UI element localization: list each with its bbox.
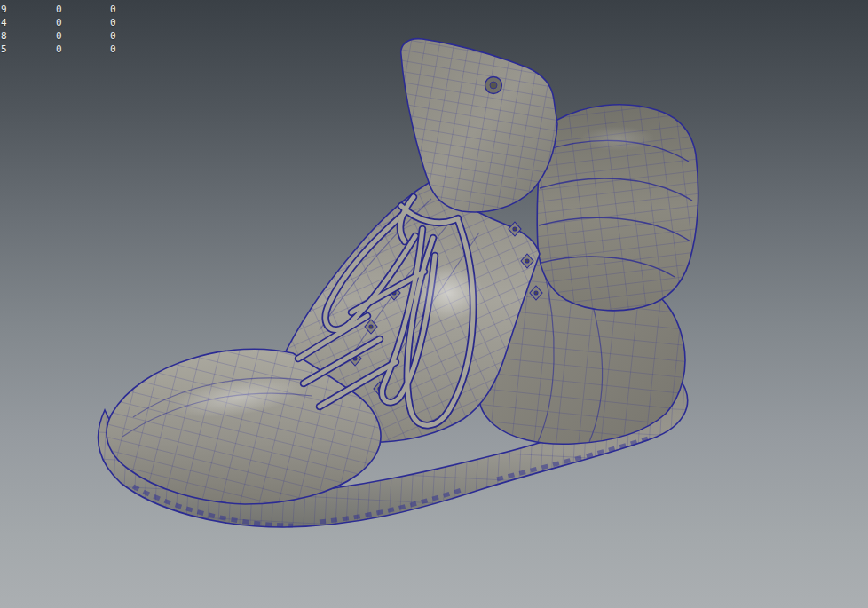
hud-value: 0	[110, 3, 116, 16]
hud-value: 5	[1, 43, 7, 56]
poly-count-hud: 9 0 0 4 0 0 8 0 0 5 0 0	[0, 3, 151, 56]
hud-value: 0	[110, 16, 116, 29]
hud-value: 0	[56, 43, 62, 56]
hud-value: 0	[56, 3, 62, 16]
hud-value: 0	[110, 43, 116, 56]
hud-value: 0	[56, 29, 62, 43]
hud-value: 0	[56, 16, 62, 29]
hud-value: 4	[1, 16, 7, 29]
shoe-ankle-collar[interactable]	[537, 105, 698, 311]
hud-row: 9 0 0	[0, 3, 151, 16]
hud-value: 0	[110, 29, 116, 43]
hud-row: 8 0 0	[0, 29, 151, 43]
specular-highlight	[413, 265, 484, 321]
hud-row: 5 0 0	[0, 43, 151, 56]
sneaker-wireframe-model[interactable]	[0, 0, 868, 608]
hud-value: 9	[1, 3, 7, 16]
hud-row: 4 0 0	[0, 16, 151, 29]
hud-value: 8	[1, 29, 7, 43]
collar-highlight	[580, 126, 655, 151]
tongue-grommet-hole	[490, 82, 497, 89]
3d-perspective-viewport[interactable]: 9 0 0 4 0 0 8 0 0 5 0 0	[0, 0, 868, 608]
